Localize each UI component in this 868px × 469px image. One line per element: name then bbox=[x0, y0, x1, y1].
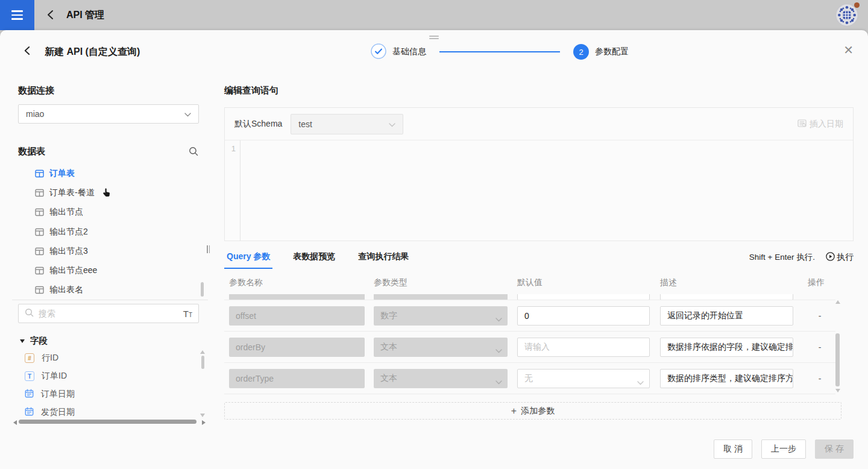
drag-handle-icon[interactable] bbox=[429, 34, 439, 40]
params-scroll-up-icon[interactable] bbox=[835, 300, 840, 304]
param-default-input[interactable]: 请输入 bbox=[517, 338, 650, 357]
data-tables-label: 数据表 bbox=[18, 146, 45, 157]
table-item-label: 订单表-餐道 bbox=[49, 187, 95, 198]
step-connector bbox=[439, 51, 560, 52]
query-tabs-row: Query 参数 表数据预览 查询执行结果 Shift + Enter 执行. … bbox=[224, 250, 854, 269]
param-type-select: 数字 bbox=[374, 306, 508, 326]
table-item-nodeeee[interactable]: 输出节点eee bbox=[35, 261, 198, 280]
data-connection-label: 数据连接 bbox=[18, 85, 54, 96]
col-header-desc: 描述 bbox=[660, 277, 677, 288]
table-item-label: 输出节点2 bbox=[49, 227, 88, 238]
table-item-node[interactable]: 输出节点 bbox=[35, 203, 198, 222]
table-item-label: 输出节点3 bbox=[49, 246, 88, 257]
text-field-icon: T bbox=[25, 371, 34, 381]
chevron-down-icon bbox=[389, 119, 395, 129]
fields-scroll-up-icon[interactable] bbox=[200, 350, 205, 354]
tables-scrollbar-thumb[interactable] bbox=[201, 282, 204, 297]
fields-scrollbar-thumb[interactable] bbox=[201, 356, 204, 369]
chevron-down-icon bbox=[495, 377, 502, 386]
param-name-input: orderBy bbox=[229, 338, 365, 357]
close-icon[interactable]: ✕ bbox=[843, 44, 854, 56]
fields-scroll-down-icon[interactable] bbox=[200, 414, 205, 417]
table-grid-icon bbox=[35, 266, 44, 275]
param-desc-input[interactable]: 数据的排序类型，建议确定排序方 bbox=[660, 369, 793, 388]
sql-code-area[interactable]: 1 bbox=[225, 140, 853, 241]
sidebar-hscrollbar-thumb[interactable] bbox=[19, 420, 197, 424]
param-name-input bbox=[229, 294, 365, 300]
field-item-label: 行ID bbox=[42, 353, 58, 364]
app-logo-icon[interactable] bbox=[834, 2, 860, 28]
new-api-modal: 新建 API (自定义查询) 基础信息 2 参数配置 ✕ 数据连接 miao 数… bbox=[0, 30, 868, 469]
field-search-input[interactable] bbox=[39, 309, 178, 318]
field-search-box: TT bbox=[18, 304, 199, 323]
cancel-button[interactable]: 取 消 bbox=[714, 439, 752, 459]
insert-date-label: 插入日期 bbox=[810, 119, 843, 130]
text-case-toggle-icon[interactable]: TT bbox=[183, 309, 192, 318]
prev-step-button[interactable]: 上一步 bbox=[761, 439, 806, 459]
table-item-output-name[interactable]: 输出表名 bbox=[35, 280, 198, 300]
param-desc-input[interactable]: 返回记录的开始位置 bbox=[660, 306, 793, 326]
table-item-candao[interactable]: 订单表-餐道 bbox=[35, 183, 198, 203]
table-item-node3[interactable]: 输出节点3 bbox=[35, 242, 198, 261]
col-header-action: 操作 bbox=[808, 277, 825, 288]
param-desc-input[interactable] bbox=[660, 294, 793, 300]
add-param-button[interactable]: + 添加参数 bbox=[224, 402, 841, 420]
col-header-name: 参数名称 bbox=[229, 277, 263, 288]
hscroll-left-icon[interactable] bbox=[13, 420, 17, 425]
back-icon[interactable] bbox=[46, 10, 54, 22]
panel-resize-handle[interactable] bbox=[207, 245, 210, 253]
table-item-label: 输出表名 bbox=[49, 285, 83, 295]
hscroll-right-icon[interactable] bbox=[202, 420, 206, 425]
param-default-input[interactable] bbox=[517, 294, 650, 300]
modal-back-icon[interactable] bbox=[23, 46, 31, 57]
field-item-ship-date[interactable]: 发货日期 bbox=[25, 403, 193, 421]
tab-query-result[interactable]: 查询执行结果 bbox=[356, 250, 411, 269]
field-item-order-id[interactable]: T 订单ID bbox=[25, 367, 193, 385]
param-desc-input[interactable]: 数据排序依据的字段，建议确定排 bbox=[660, 338, 793, 357]
step-2-number: 2 bbox=[573, 44, 589, 60]
col-header-type: 参数类型 bbox=[374, 277, 407, 288]
step-done-check-icon bbox=[371, 43, 386, 61]
table-item-label: 输出节点eee bbox=[49, 265, 97, 276]
param-default-select[interactable]: 无 bbox=[517, 369, 650, 388]
table-grid-icon bbox=[35, 286, 44, 294]
params-scroll-down-icon[interactable] bbox=[835, 389, 840, 392]
play-circle-icon bbox=[826, 252, 835, 263]
plus-icon: + bbox=[511, 406, 517, 416]
editor-title: 编辑查询语句 bbox=[224, 85, 278, 96]
tab-table-preview[interactable]: 表数据预览 bbox=[291, 250, 338, 269]
schema-toolbar: 默认Schema test 插入日期 bbox=[225, 108, 853, 140]
params-scrollbar-thumb[interactable] bbox=[835, 333, 840, 386]
connection-select[interactable]: miao bbox=[18, 104, 199, 124]
table-item-node2[interactable]: 输出节点2 bbox=[35, 222, 198, 242]
chevron-down-icon bbox=[637, 377, 644, 387]
table-grid-icon bbox=[35, 189, 44, 197]
param-type-select: 文本 bbox=[374, 338, 508, 357]
field-item-row-id[interactable]: # 行ID bbox=[25, 349, 193, 367]
run-button[interactable]: 执行 bbox=[826, 252, 854, 263]
insert-date-button[interactable]: 插入日期 bbox=[797, 119, 843, 130]
tables-search-icon[interactable] bbox=[189, 146, 198, 158]
connection-select-value: miao bbox=[26, 109, 44, 119]
table-item-label: 订单表 bbox=[49, 168, 75, 179]
field-item-order-date[interactable]: 订单日期 bbox=[25, 385, 193, 403]
line-number-gutter: 1 bbox=[225, 140, 241, 241]
param-default-input[interactable]: 0 bbox=[517, 306, 650, 326]
field-item-label: 订单ID bbox=[42, 371, 67, 382]
calendar-icon bbox=[25, 389, 34, 400]
table-grid-icon bbox=[35, 228, 44, 236]
fields-label: 字段 bbox=[30, 335, 48, 347]
chevron-down-icon bbox=[495, 345, 502, 355]
table-row: offset 数字 0 返回记录的开始位置 - bbox=[224, 300, 835, 332]
save-button[interactable]: 保 存 bbox=[815, 439, 854, 459]
tab-query-params[interactable]: Query 参数 bbox=[224, 250, 272, 269]
field-item-label: 发货日期 bbox=[41, 407, 75, 418]
schema-select[interactable]: test bbox=[291, 114, 403, 134]
add-param-label: 添加参数 bbox=[521, 406, 555, 417]
fields-section-header[interactable]: 字段 bbox=[20, 335, 48, 347]
table-item-dingdanbiao[interactable]: 订单表 bbox=[35, 164, 198, 183]
row-action: - bbox=[802, 332, 835, 363]
schema-select-value: test bbox=[298, 119, 312, 129]
hamburger-menu-button[interactable] bbox=[0, 0, 34, 30]
param-type-select: 文本 bbox=[374, 369, 508, 388]
